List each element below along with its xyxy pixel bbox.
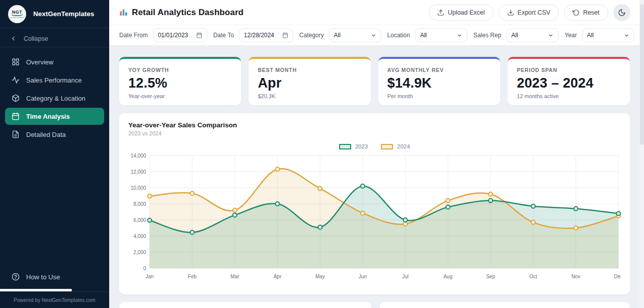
reset-button[interactable]: Reset: [564, 5, 608, 21]
svg-text:Feb: Feb: [188, 274, 197, 279]
kpi-value: 2023 – 2024: [517, 75, 620, 91]
location-select[interactable]: All: [415, 28, 467, 42]
kpi-label: YOY GROWTH: [128, 67, 232, 73]
page-scrollbar-thumb[interactable]: [640, 4, 644, 145]
kpi-card-period-span: PERIOD SPAN 2023 – 2024 12 months active: [508, 57, 629, 105]
brand-logo: NGT next gen templates: [8, 5, 26, 23]
export-csv-button[interactable]: Export CSV: [499, 5, 559, 21]
kpi-value: $14.9K: [387, 75, 491, 91]
svg-text:Jan: Jan: [145, 274, 153, 279]
date-from-value: 01/01/2023: [158, 32, 188, 39]
chevron-down-icon: [624, 33, 629, 38]
year-value: All: [587, 32, 594, 39]
collapse-label: Collapse: [24, 35, 48, 42]
legend-swatch-2023: [339, 144, 351, 149]
line-chart-canvas[interactable]: 02,0004,0006,0008,00010,00012,00014,000J…: [128, 150, 621, 285]
chevron-down-icon: [548, 33, 553, 38]
date-from-label: Date From: [119, 32, 148, 39]
year-select[interactable]: All: [582, 28, 634, 42]
kpi-card-avg-monthly-rev: AVG MONTHLY REV $14.9K Per month: [378, 57, 500, 105]
topbar: Retail Analytics Dashboard Upload Excel …: [109, 0, 644, 25]
sidebar-item-category-location[interactable]: Category & Location: [5, 90, 104, 107]
svg-text:May: May: [315, 274, 325, 279]
brand-header: NGT next gen templates NextGenTemplates: [0, 0, 109, 28]
svg-text:0: 0: [143, 266, 146, 271]
filter-location: Location All: [387, 28, 467, 42]
sidebar-collapse-button[interactable]: Collapse: [0, 30, 109, 47]
svg-text:8,000: 8,000: [133, 201, 146, 207]
svg-text:Apr: Apr: [274, 274, 282, 279]
svg-text:Dec: Dec: [614, 274, 620, 279]
svg-text:Sep: Sep: [486, 274, 495, 279]
year-label: Year: [565, 32, 577, 39]
category-select[interactable]: All: [329, 28, 381, 42]
svg-text:6,000: 6,000: [133, 217, 146, 223]
chevron-down-icon: [457, 33, 462, 38]
kpi-subtext: Year-over-year: [128, 93, 232, 99]
sidebar-nav: Overview Sales Performance Category & Lo…: [0, 47, 109, 149]
sidebar-item-sales-performance[interactable]: Sales Performance: [5, 71, 104, 89]
moon-icon: [618, 9, 626, 17]
location-value: All: [420, 32, 427, 39]
svg-text:Mar: Mar: [230, 274, 239, 279]
svg-text:Jul: Jul: [402, 274, 409, 279]
svg-text:12,000: 12,000: [131, 169, 146, 175]
kpi-subtext: 12 months active: [517, 93, 620, 99]
svg-text:Oct: Oct: [529, 274, 537, 279]
legend-label: 2023: [355, 143, 368, 149]
filter-bar: Date From 01/01/2023 Date To 12/28/2024 …: [109, 25, 644, 46]
reset-label: Reset: [583, 9, 600, 16]
kpi-card-best-month: BEST MONTH Apr $20.3K: [249, 57, 370, 105]
upload-excel-label: Upload Excel: [448, 9, 485, 16]
bottom-card-partial-right: [380, 302, 630, 308]
kpi-value: Apr: [258, 75, 361, 91]
logo-tagline: next gen templates: [10, 17, 25, 19]
legend-item-2023[interactable]: 2023: [339, 143, 368, 149]
upload-excel-button[interactable]: Upload Excel: [429, 5, 494, 21]
bottom-cards-row: [119, 302, 630, 308]
sales-rep-select[interactable]: All: [506, 28, 558, 42]
kpi-label: BEST MONTH: [258, 67, 361, 73]
chart-title: Year-over-Year Sales Comparison: [128, 121, 621, 129]
sidebar-item-detailed-data[interactable]: Detailed Data: [5, 126, 104, 143]
chart-legend: 2023 2024: [128, 143, 621, 149]
calendar-icon: [282, 32, 288, 38]
kpi-label: AVG MONTHLY REV: [387, 67, 491, 73]
sidebar-item-overview[interactable]: Overview: [5, 53, 104, 70]
legend-swatch-2024: [381, 144, 393, 149]
how-to-use-button[interactable]: How to Use: [0, 268, 109, 285]
dark-mode-toggle[interactable]: [613, 4, 630, 21]
kpi-label: PERIOD SPAN: [517, 67, 620, 73]
filter-category: Category All: [299, 28, 381, 42]
svg-text:2,000: 2,000: [133, 250, 146, 255]
svg-text:10,000: 10,000: [131, 185, 146, 191]
sidebar-scrollbar-thumb[interactable]: [0, 289, 72, 291]
svg-text:Aug: Aug: [443, 274, 452, 279]
sidebar-item-label: Detailed Data: [26, 131, 66, 138]
date-from-input[interactable]: 01/01/2023: [153, 28, 207, 42]
sidebar-item-label: Overview: [26, 58, 53, 66]
content-area: YOY GROWTH 12.5% Year-over-year BEST MON…: [109, 46, 644, 308]
document-icon: [12, 130, 20, 138]
bottom-card-partial-left: [119, 302, 371, 308]
kpi-row: YOY GROWTH 12.5% Year-over-year BEST MON…: [119, 57, 630, 105]
bar-chart-icon: [119, 8, 128, 17]
topbar-actions: Upload Excel Export CSV Reset: [429, 4, 630, 21]
logo-text: NGT: [11, 10, 24, 16]
upload-icon: [437, 9, 444, 16]
filter-date-from: Date From 01/01/2023: [119, 28, 207, 42]
export-csv-label: Export CSV: [518, 9, 550, 16]
date-to-label: Date To: [213, 32, 234, 39]
category-value: All: [334, 32, 341, 39]
page-title: Retail Analytics Dashboard: [132, 8, 244, 18]
calendar-icon: [12, 112, 20, 120]
sidebar-item-time-analysis[interactable]: Time Analysis: [5, 108, 104, 125]
filter-sales-rep: Sales Rep All: [473, 28, 558, 42]
kpi-value: 12.5%: [128, 75, 232, 91]
date-to-input[interactable]: 12/28/2024: [239, 28, 293, 42]
page-scrollbar-track[interactable]: [639, 0, 644, 308]
svg-text:Nov: Nov: [572, 274, 581, 279]
reset-icon: [573, 9, 580, 16]
legend-item-2024[interactable]: 2024: [381, 143, 410, 149]
filter-year: Year All: [565, 28, 634, 42]
